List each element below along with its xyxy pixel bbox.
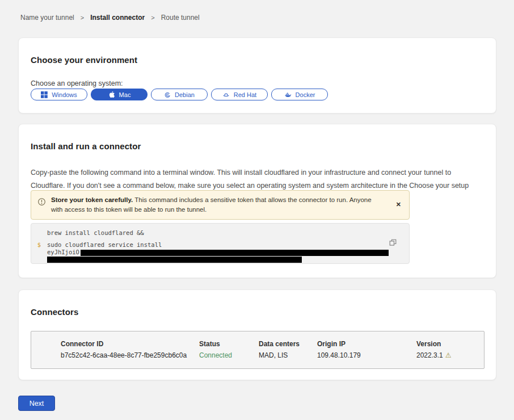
debian-icon xyxy=(164,91,171,98)
os-button-label: Docker xyxy=(296,91,315,98)
code-line-3: eyJhIjoiO xyxy=(31,249,409,256)
connectors-card-title: Connectors xyxy=(31,307,78,317)
os-button-label: Mac xyxy=(119,91,131,98)
code-text: brew install cloudflared && xyxy=(47,229,144,237)
warning-triangle-icon: ⚠ xyxy=(445,351,452,359)
col-status: Status xyxy=(199,340,259,348)
next-button[interactable]: Next xyxy=(18,396,55,411)
col-connector-id: Connector ID xyxy=(61,340,199,348)
token-prefix: eyJhIjoiO xyxy=(47,249,389,256)
windows-icon xyxy=(41,91,48,98)
breadcrumb-step-route-tunnel[interactable]: Route tunnel xyxy=(161,14,200,22)
breadcrumb-separator: > xyxy=(81,14,84,21)
col-version: Version xyxy=(416,340,484,348)
shell-prompt: $ xyxy=(31,241,47,249)
status-badge: Connected xyxy=(199,351,259,359)
install-command-codeblock: brew install cloudflared && $ sudo cloud… xyxy=(31,223,410,264)
breadcrumb: Name your tunnel > Install connector > R… xyxy=(20,14,200,22)
os-button-group: Windows Mac Debian Red Hat Docker xyxy=(31,89,328,100)
alert-message: Store your token carefully. This command… xyxy=(51,195,379,215)
copy-icon[interactable] xyxy=(389,239,397,248)
code-text: sudo cloudflared service install xyxy=(47,241,162,249)
redhat-icon xyxy=(222,91,230,98)
os-button-debian[interactable]: Debian xyxy=(151,89,208,100)
docker-icon xyxy=(284,91,292,98)
connector-id-value: b7c52c42-6caa-48ee-8c77-fbe259cb6c0a xyxy=(61,351,199,359)
environment-card: Choose your environment Choose an operat… xyxy=(18,37,496,114)
connectors-table: Connector ID Status Data centers Origin … xyxy=(31,331,484,369)
connectors-table-header: Connector ID Status Data centers Origin … xyxy=(61,340,484,348)
table-row: b7c52c42-6caa-48ee-8c77-fbe259cb6c0a Con… xyxy=(61,351,484,359)
redacted-token-bar xyxy=(81,250,389,256)
os-button-label: Windows xyxy=(52,91,77,98)
os-button-redhat[interactable]: Red Hat xyxy=(211,89,268,100)
code-line-1: brew install cloudflared && xyxy=(31,229,409,237)
os-button-label: Debian xyxy=(175,91,195,98)
version-value: 2022.3.1 ⚠ xyxy=(416,351,484,359)
origin-ip-value: 109.48.10.179 xyxy=(317,351,416,359)
os-button-docker[interactable]: Docker xyxy=(271,89,328,100)
environment-card-title: Choose your environment xyxy=(31,55,137,65)
apple-icon xyxy=(108,91,115,98)
install-card-title: Install and run a connector xyxy=(31,141,141,151)
breadcrumb-separator: > xyxy=(151,14,154,21)
breadcrumb-step-name-your-tunnel[interactable]: Name your tunnel xyxy=(20,14,74,22)
alert-title: Store your token carefully. xyxy=(51,196,133,203)
os-button-windows[interactable]: Windows xyxy=(31,89,87,100)
redacted-token-bar xyxy=(47,257,302,263)
close-icon[interactable]: ✕ xyxy=(395,195,402,213)
col-origin-ip: Origin IP xyxy=(317,340,416,348)
os-button-label: Red Hat xyxy=(234,91,256,98)
install-connector-card: Install and run a connector Copy-paste t… xyxy=(18,124,496,278)
connectors-card: Connectors Connector ID Status Data cent… xyxy=(18,289,496,380)
breadcrumb-step-install-connector[interactable]: Install connector xyxy=(90,14,145,22)
os-button-mac[interactable]: Mac xyxy=(91,89,148,100)
token-warning-alert: Store your token carefully. This command… xyxy=(31,190,410,220)
data-centers-value: MAD, LIS xyxy=(259,351,317,359)
col-data-centers: Data centers xyxy=(259,340,317,348)
info-circle-icon xyxy=(37,198,46,208)
os-select-label: Choose an operating system: xyxy=(31,79,123,87)
code-line-2: $ sudo cloudflared service install xyxy=(31,241,409,249)
